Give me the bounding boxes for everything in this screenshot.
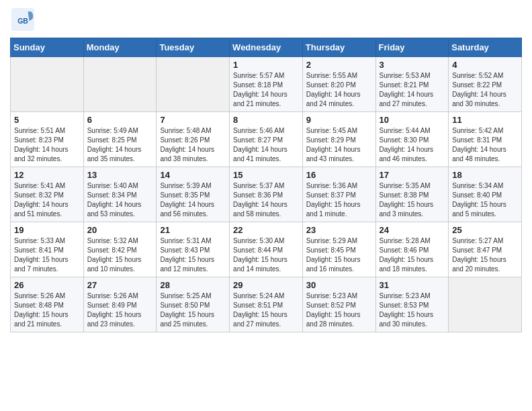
day-number: 15 (233, 170, 299, 180)
day-number: 5 (14, 115, 80, 125)
day-info: Sunrise: 5:31 AM Sunset: 8:43 PM Dayligh… (160, 236, 226, 274)
day-info: Sunrise: 5:23 AM Sunset: 8:52 PM Dayligh… (306, 291, 372, 329)
calendar-cell: 16Sunrise: 5:36 AM Sunset: 8:37 PM Dayli… (302, 167, 375, 222)
day-number: 27 (87, 280, 153, 290)
day-number: 26 (14, 280, 80, 290)
day-number: 18 (452, 170, 518, 180)
calendar-cell (11, 57, 84, 112)
calendar-cell: 8Sunrise: 5:46 AM Sunset: 8:27 PM Daylig… (230, 112, 303, 167)
page-header: GB (10, 7, 522, 32)
day-number: 19 (14, 225, 80, 235)
col-header-thursday: Thursday (302, 38, 375, 57)
day-info: Sunrise: 5:52 AM Sunset: 8:22 PM Dayligh… (452, 71, 518, 109)
calendar-table: SundayMondayTuesdayWednesdayThursdayFrid… (10, 38, 522, 332)
day-number: 14 (160, 170, 226, 180)
day-number: 8 (233, 115, 299, 125)
calendar-week-row: 12Sunrise: 5:41 AM Sunset: 8:32 PM Dayli… (11, 167, 522, 222)
day-number: 23 (306, 225, 372, 235)
day-number: 7 (160, 115, 226, 125)
day-info: Sunrise: 5:37 AM Sunset: 8:36 PM Dayligh… (233, 181, 299, 219)
calendar-cell: 11Sunrise: 5:42 AM Sunset: 8:31 PM Dayli… (449, 112, 522, 167)
day-number: 12 (14, 170, 80, 180)
calendar-cell: 27Sunrise: 5:26 AM Sunset: 8:49 PM Dayli… (83, 277, 157, 332)
day-number: 21 (160, 225, 226, 235)
day-info: Sunrise: 5:30 AM Sunset: 8:44 PM Dayligh… (233, 236, 299, 274)
day-number: 30 (306, 280, 372, 290)
col-header-wednesday: Wednesday (230, 38, 303, 57)
calendar-cell: 29Sunrise: 5:24 AM Sunset: 8:51 PM Dayli… (230, 277, 303, 332)
day-number: 9 (306, 115, 372, 125)
calendar-cell: 10Sunrise: 5:44 AM Sunset: 8:30 PM Dayli… (375, 112, 449, 167)
logo-icon: GB (10, 7, 36, 32)
day-number: 29 (233, 280, 299, 290)
day-number: 24 (380, 225, 445, 235)
calendar-cell (157, 57, 230, 112)
calendar-cell: 26Sunrise: 5:26 AM Sunset: 8:48 PM Dayli… (11, 277, 84, 332)
calendar-cell: 14Sunrise: 5:39 AM Sunset: 8:35 PM Dayli… (157, 167, 230, 222)
day-info: Sunrise: 5:45 AM Sunset: 8:29 PM Dayligh… (306, 126, 372, 164)
day-info: Sunrise: 5:27 AM Sunset: 8:47 PM Dayligh… (452, 236, 518, 274)
day-number: 25 (452, 225, 518, 235)
calendar-cell (449, 277, 522, 332)
calendar-cell: 22Sunrise: 5:30 AM Sunset: 8:44 PM Dayli… (230, 222, 303, 277)
day-info: Sunrise: 5:33 AM Sunset: 8:41 PM Dayligh… (14, 236, 80, 274)
day-info: Sunrise: 5:25 AM Sunset: 8:50 PM Dayligh… (160, 291, 226, 329)
svg-text:GB: GB (17, 17, 28, 25)
calendar-cell: 12Sunrise: 5:41 AM Sunset: 8:32 PM Dayli… (11, 167, 84, 222)
day-info: Sunrise: 5:29 AM Sunset: 8:45 PM Dayligh… (306, 236, 372, 274)
day-info: Sunrise: 5:57 AM Sunset: 8:18 PM Dayligh… (233, 71, 299, 109)
day-info: Sunrise: 5:55 AM Sunset: 8:20 PM Dayligh… (306, 71, 372, 109)
day-info: Sunrise: 5:32 AM Sunset: 8:42 PM Dayligh… (87, 236, 153, 274)
day-number: 16 (306, 170, 372, 180)
calendar-cell: 23Sunrise: 5:29 AM Sunset: 8:45 PM Dayli… (302, 222, 375, 277)
calendar-week-row: 19Sunrise: 5:33 AM Sunset: 8:41 PM Dayli… (11, 222, 522, 277)
day-info: Sunrise: 5:41 AM Sunset: 8:32 PM Dayligh… (14, 181, 80, 219)
day-info: Sunrise: 5:23 AM Sunset: 8:53 PM Dayligh… (380, 291, 445, 329)
calendar-cell: 19Sunrise: 5:33 AM Sunset: 8:41 PM Dayli… (11, 222, 84, 277)
calendar-cell: 30Sunrise: 5:23 AM Sunset: 8:52 PM Dayli… (302, 277, 375, 332)
calendar-week-row: 1Sunrise: 5:57 AM Sunset: 8:18 PM Daylig… (11, 57, 522, 112)
day-info: Sunrise: 5:28 AM Sunset: 8:46 PM Dayligh… (380, 236, 445, 274)
day-number: 6 (87, 115, 153, 125)
day-number: 10 (380, 115, 445, 125)
calendar-cell: 15Sunrise: 5:37 AM Sunset: 8:36 PM Dayli… (230, 167, 303, 222)
day-number: 22 (233, 225, 299, 235)
day-info: Sunrise: 5:51 AM Sunset: 8:23 PM Dayligh… (14, 126, 80, 164)
col-header-monday: Monday (83, 38, 157, 57)
day-info: Sunrise: 5:35 AM Sunset: 8:38 PM Dayligh… (380, 181, 445, 219)
calendar-cell: 5Sunrise: 5:51 AM Sunset: 8:23 PM Daylig… (11, 112, 84, 167)
day-number: 11 (452, 115, 518, 125)
col-header-sunday: Sunday (11, 38, 84, 57)
day-number: 17 (380, 170, 445, 180)
day-number: 28 (160, 280, 226, 290)
col-header-tuesday: Tuesday (157, 38, 230, 57)
calendar-cell: 7Sunrise: 5:48 AM Sunset: 8:26 PM Daylig… (157, 112, 230, 167)
day-info: Sunrise: 5:46 AM Sunset: 8:27 PM Dayligh… (233, 126, 299, 164)
calendar-cell: 1Sunrise: 5:57 AM Sunset: 8:18 PM Daylig… (230, 57, 303, 112)
calendar-cell: 24Sunrise: 5:28 AM Sunset: 8:46 PM Dayli… (375, 222, 449, 277)
calendar-cell: 9Sunrise: 5:45 AM Sunset: 8:29 PM Daylig… (302, 112, 375, 167)
calendar-cell: 31Sunrise: 5:23 AM Sunset: 8:53 PM Dayli… (375, 277, 449, 332)
day-number: 4 (452, 60, 518, 70)
calendar-header-row: SundayMondayTuesdayWednesdayThursdayFrid… (11, 38, 522, 57)
day-info: Sunrise: 5:53 AM Sunset: 8:21 PM Dayligh… (380, 71, 445, 109)
calendar-cell: 4Sunrise: 5:52 AM Sunset: 8:22 PM Daylig… (449, 57, 522, 112)
day-info: Sunrise: 5:36 AM Sunset: 8:37 PM Dayligh… (306, 181, 372, 219)
calendar-cell: 2Sunrise: 5:55 AM Sunset: 8:20 PM Daylig… (302, 57, 375, 112)
logo: GB (10, 7, 38, 32)
day-info: Sunrise: 5:34 AM Sunset: 8:40 PM Dayligh… (452, 181, 518, 219)
day-info: Sunrise: 5:42 AM Sunset: 8:31 PM Dayligh… (452, 126, 518, 164)
day-number: 3 (380, 60, 445, 70)
calendar-cell (83, 57, 157, 112)
col-header-saturday: Saturday (449, 38, 522, 57)
calendar-cell: 20Sunrise: 5:32 AM Sunset: 8:42 PM Dayli… (83, 222, 157, 277)
day-info: Sunrise: 5:24 AM Sunset: 8:51 PM Dayligh… (233, 291, 299, 329)
calendar-cell: 18Sunrise: 5:34 AM Sunset: 8:40 PM Dayli… (449, 167, 522, 222)
day-number: 1 (233, 60, 299, 70)
calendar-cell: 3Sunrise: 5:53 AM Sunset: 8:21 PM Daylig… (375, 57, 449, 112)
day-info: Sunrise: 5:40 AM Sunset: 8:34 PM Dayligh… (87, 181, 153, 219)
day-number: 20 (87, 225, 153, 235)
calendar-cell: 21Sunrise: 5:31 AM Sunset: 8:43 PM Dayli… (157, 222, 230, 277)
day-info: Sunrise: 5:44 AM Sunset: 8:30 PM Dayligh… (380, 126, 445, 164)
day-number: 13 (87, 170, 153, 180)
